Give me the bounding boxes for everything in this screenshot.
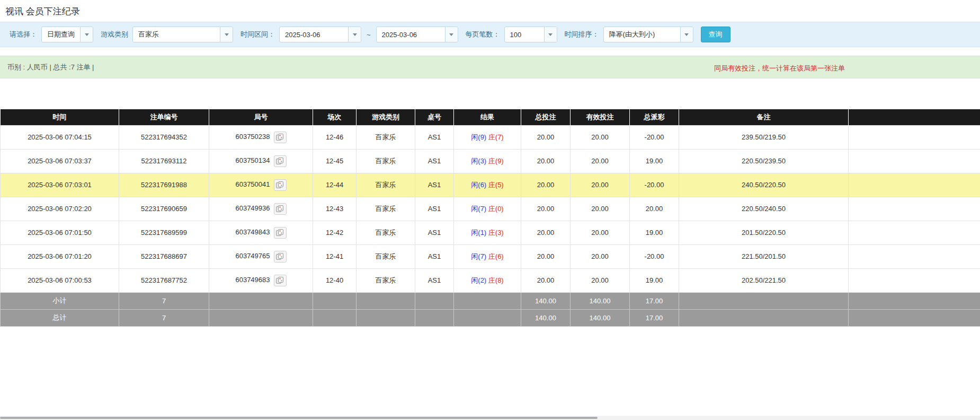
subtotal-label: 小计 (1, 292, 119, 309)
cell-result: 闲(7) 庄(6) (454, 244, 521, 268)
cell-payout: 19.00 (630, 149, 679, 173)
per-page-label: 每页笔数： (466, 30, 500, 39)
sort-select[interactable]: 降幂(由大到小) (603, 27, 693, 42)
table-row: 2025-03-06 07:01:50 522317689599 6037498… (1, 221, 980, 244)
table-header-row: 时间 注单编号 局号 场次 游戏类别 桌号 结果 总投注 有效投注 总派彩 备注 (1, 109, 980, 125)
cell-result: 闲(3) 庄(9) (454, 149, 521, 173)
round-detail-icon[interactable] (274, 251, 287, 262)
cell-valid-bet: 20.00 (571, 268, 630, 292)
dropdown-arrow-icon[interactable] (544, 27, 557, 42)
table-row: 2025-03-06 07:03:01 522317691988 6037500… (1, 173, 980, 197)
cell-round: 603749683 (209, 268, 313, 292)
subtotal-total-bet: 140.00 (521, 292, 571, 309)
result-banker: 庄(6) (488, 252, 504, 260)
table-row: 2025-03-06 07:02:20 522317690659 6037499… (1, 197, 980, 221)
cell-game-type: 百家乐 (357, 221, 415, 244)
filter-bar: 请选择： 日期查询 游戏类别 百家乐 时间区间： 2025-03-06 ~ 20… (0, 22, 980, 47)
dropdown-arrow-icon[interactable] (80, 27, 93, 42)
result-player: 闲(1) (471, 229, 486, 237)
round-detail-icon[interactable] (274, 227, 287, 239)
dropdown-arrow-icon[interactable] (348, 27, 361, 42)
total-bet-link[interactable]: 20.00 (521, 149, 571, 173)
query-type-select[interactable]: 日期查询 (41, 27, 93, 42)
dropdown-arrow-icon[interactable] (445, 27, 458, 42)
subtotal-valid-bet: 140.00 (571, 292, 630, 309)
result-player: 闲(7) (471, 252, 486, 260)
cell-bet-id: 522317694352 (119, 125, 209, 149)
column-header-session: 场次 (313, 109, 357, 125)
query-button[interactable]: 查询 (701, 27, 730, 42)
cell-time: 2025-03-06 07:00:53 (1, 268, 119, 292)
cell-result: 闲(2) 庄(8) (454, 268, 521, 292)
cell-time: 2025-03-06 07:03:37 (1, 149, 119, 173)
bets-table-wrap: 时间 注单编号 局号 场次 游戏类别 桌号 结果 总投注 有效投注 总派彩 备注… (0, 109, 980, 327)
cell-time: 2025-03-06 07:04:15 (1, 125, 119, 149)
total-bet-link[interactable]: 20.00 (521, 125, 571, 149)
per-page-select[interactable]: 100 (504, 27, 557, 42)
total-valid-bet: 140.00 (571, 309, 630, 326)
round-detail-icon[interactable] (274, 203, 287, 215)
round-id: 603749843 (235, 228, 270, 236)
result-player: 闲(2) (471, 276, 486, 284)
dropdown-arrow-icon[interactable] (680, 27, 693, 42)
round-id: 603750041 (235, 180, 270, 188)
date-from-select[interactable]: 2025-03-06 (279, 27, 361, 42)
total-bet-link[interactable]: 20.00 (521, 197, 571, 221)
round-id: 603750134 (235, 156, 270, 164)
round-id: 603750238 (235, 133, 270, 141)
cell-extra (849, 244, 980, 268)
cell-payout: 19.00 (630, 221, 679, 244)
cell-round: 603749765 (209, 244, 313, 268)
cell-extra (849, 173, 980, 197)
cell-remark: 240.50/220.50 (679, 173, 849, 197)
table-row: 2025-03-06 07:01:20 522317688697 6037497… (1, 244, 980, 268)
round-id: 603749765 (235, 252, 270, 260)
cell-table-no: AS1 (415, 125, 454, 149)
cell-time: 2025-03-06 07:02:20 (1, 197, 119, 221)
cell-round: 603749843 (209, 221, 313, 244)
horizontal-scrollbar-thumb[interactable] (0, 417, 598, 419)
cell-bet-id: 522317687752 (119, 268, 209, 292)
cell-game-type: 百家乐 (357, 244, 415, 268)
column-header-remark: 备注 (679, 109, 849, 125)
cell-payout: -20.00 (630, 244, 679, 268)
table-row: 2025-03-06 07:04:15 522317694352 6037502… (1, 125, 980, 149)
cell-remark: 220.50/239.50 (679, 149, 849, 173)
page-title: 视讯 会员下注纪录 (0, 0, 980, 22)
cell-remark: 221.50/201.50 (679, 244, 849, 268)
round-detail-icon[interactable] (274, 179, 287, 191)
summary-left-text: 币别 : 人民币 | 总共 :7 注单 | (7, 63, 94, 72)
round-detail-icon[interactable] (274, 275, 287, 286)
cell-table-no: AS1 (415, 197, 454, 221)
total-bet-link[interactable]: 20.00 (521, 173, 571, 197)
round-detail-icon[interactable] (274, 132, 287, 143)
cell-table-no: AS1 (415, 244, 454, 268)
column-header-extra (849, 109, 980, 125)
game-type-select[interactable]: 百家乐 (132, 27, 233, 42)
total-bet-link[interactable]: 20.00 (521, 268, 571, 292)
select-type-label: 请选择： (10, 30, 37, 39)
cell-session: 12-43 (313, 197, 357, 221)
dropdown-arrow-icon[interactable] (220, 27, 233, 42)
cell-extra (849, 268, 980, 292)
round-detail-icon[interactable] (274, 155, 287, 167)
cell-time: 2025-03-06 07:01:20 (1, 244, 119, 268)
cell-round: 603750041 (209, 173, 313, 197)
date-to-select[interactable]: 2025-03-06 (376, 27, 458, 42)
cell-game-type: 百家乐 (357, 149, 415, 173)
total-row: 总计 7 140.00 140.00 17.00 (1, 309, 980, 326)
cell-remark: 202.50/221.50 (679, 268, 849, 292)
total-bet-link[interactable]: 20.00 (521, 221, 571, 244)
cell-table-no: AS1 (415, 173, 454, 197)
cell-session: 12-41 (313, 244, 357, 268)
cell-payout: 20.00 (630, 197, 679, 221)
cell-session: 12-44 (313, 173, 357, 197)
total-bet-link[interactable]: 20.00 (521, 244, 571, 268)
cell-extra (849, 125, 980, 149)
result-player: 闲(3) (471, 157, 486, 165)
result-player: 闲(9) (471, 133, 486, 141)
cell-time: 2025-03-06 07:03:01 (1, 173, 119, 197)
cell-bet-id: 522317691988 (119, 173, 209, 197)
column-header-table: 桌号 (415, 109, 454, 125)
column-header-result: 结果 (454, 109, 521, 125)
